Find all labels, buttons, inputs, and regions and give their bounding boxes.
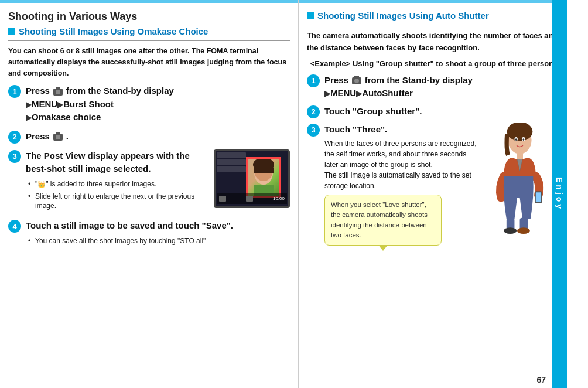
right-step-1: 1 Press from the Stand-by display ▶MENU▶… bbox=[307, 74, 561, 100]
top-accent-right bbox=[299, 0, 567, 3]
step-num-1: 1 bbox=[8, 85, 21, 98]
camera-screen-mockup: 10:00 bbox=[214, 149, 290, 208]
right-step-3-text-area: Touch "Three". When the faces of three p… bbox=[324, 123, 480, 246]
step-3-inner: The Post View display appears with the b… bbox=[26, 149, 290, 213]
toolbar-item-1 bbox=[217, 152, 246, 158]
svg-rect-11 bbox=[517, 153, 523, 159]
step-4-content: Touch a still image to be saved and touc… bbox=[26, 219, 290, 248]
camera-icon-right-1 bbox=[352, 77, 361, 84]
right-step-num-3: 3 bbox=[307, 124, 320, 137]
step-3-bullets: "👑" is added to three superior images. S… bbox=[26, 179, 208, 211]
step-4-bullets: You can save all the shot images by touc… bbox=[26, 236, 290, 246]
step-3: 3 The Post View display appears with the… bbox=[8, 149, 290, 213]
right-step-1-content: Press from the Stand-by display ▶MENU▶Au… bbox=[324, 74, 561, 100]
svg-rect-3 bbox=[254, 168, 274, 173]
camera-icon-2 bbox=[53, 134, 63, 141]
step-num-3: 3 bbox=[8, 150, 21, 163]
step-1-content: Press from the Stand-by display ▶MENU▶Bu… bbox=[26, 84, 290, 124]
step-1: 1 Press from the Stand-by display ▶MENU▶… bbox=[8, 84, 290, 124]
right-heading-square-icon bbox=[307, 12, 314, 19]
step-num-4: 4 bbox=[8, 220, 21, 233]
right-step-3: 3 Touch "Three". When the faces of three… bbox=[307, 123, 561, 246]
right-step-num-1: 1 bbox=[307, 74, 320, 87]
toolbar-item-3 bbox=[217, 166, 246, 172]
right-intro-text: The camera automatically shoots identify… bbox=[307, 30, 561, 55]
step-1-text: from the Stand-by display bbox=[66, 86, 174, 96]
step-3-heading: The Post View display appears with the b… bbox=[26, 151, 190, 174]
example-text: <Example> Using "Group shutter" to shoot… bbox=[307, 59, 561, 68]
right-step-1-arrow1: ▶ bbox=[324, 89, 330, 98]
heading-square-icon bbox=[8, 28, 15, 35]
camera-toolbar-bottom: 10:00 bbox=[217, 193, 287, 204]
camera-icon-1 bbox=[53, 89, 63, 96]
speech-bubble-text: When you select "Love shutter", the came… bbox=[331, 201, 428, 239]
left-heading-text: Shooting Still Images Using Omakase Choi… bbox=[19, 26, 208, 37]
right-section-heading: Shooting Still Images Using Auto Shutter bbox=[307, 11, 561, 21]
bottom-icon-2 bbox=[246, 196, 253, 202]
left-intro-text: You can shoot 6 or 8 still images one af… bbox=[8, 46, 290, 79]
step-2: 2 Press . bbox=[8, 130, 290, 144]
step-1-menu: MENU bbox=[32, 99, 57, 109]
step-4: 4 Touch a still image to be saved and to… bbox=[8, 219, 290, 248]
right-step-2: 2 Touch "Group shutter". bbox=[307, 105, 561, 118]
right-step-1-auto: AutoShutter bbox=[362, 88, 413, 98]
toolbar-item-2 bbox=[217, 159, 246, 165]
left-section-heading: Shooting Still Images Using Omakase Choi… bbox=[8, 26, 290, 37]
step-3-bullet-1: "👑" is added to three superior images. bbox=[28, 179, 208, 189]
step-1-arrow3: ▶ bbox=[26, 113, 32, 122]
right-section-divider bbox=[307, 25, 561, 25]
step-1-press-label: Press bbox=[26, 86, 52, 96]
enjoy-tab: Enjoy bbox=[552, 0, 567, 388]
enjoy-tab-label: Enjoy bbox=[555, 177, 564, 211]
right-step-3-content: Touch "Three". When the faces of three p… bbox=[324, 123, 561, 246]
right-step-1-arrow2: ▶ bbox=[356, 89, 362, 98]
step-2-content: Press . bbox=[26, 130, 290, 144]
step-1-burst: Burst Shoot bbox=[63, 99, 114, 109]
right-step-1-text: from the Stand-by display bbox=[365, 75, 473, 85]
right-step-2-text: Touch "Group shutter". bbox=[324, 106, 422, 116]
section-divider bbox=[8, 40, 290, 41]
svg-point-10 bbox=[523, 138, 525, 141]
svg-rect-13 bbox=[536, 192, 541, 202]
camera-face-area bbox=[246, 157, 281, 198]
svg-point-9 bbox=[515, 138, 517, 141]
svg-point-17 bbox=[517, 227, 530, 234]
step-num-2: 2 bbox=[8, 131, 21, 144]
right-step-3-detail: When the faces of three persons are reco… bbox=[324, 138, 480, 191]
bottom-icon-1 bbox=[219, 196, 226, 202]
camera-time: 10:00 bbox=[273, 195, 285, 202]
page-title: Shooting in Various Ways bbox=[8, 11, 290, 23]
page-number: 67 bbox=[536, 375, 546, 384]
right-step-3-inner: Touch "Three". When the faces of three p… bbox=[324, 123, 561, 246]
crown-icon: 👑 bbox=[37, 180, 46, 189]
right-heading-text: Shooting Still Images Using Auto Shutter bbox=[317, 11, 489, 21]
step-1-arrow2: ▶ bbox=[57, 100, 63, 109]
right-column: Shooting Still Images Using Auto Shutter… bbox=[299, 0, 567, 388]
person-illustration bbox=[485, 123, 561, 240]
step-3-bullet-2: Slide left or right to enlarge the next … bbox=[28, 192, 208, 212]
svg-point-16 bbox=[504, 227, 517, 234]
speech-bubble: When you select "Love shutter", the came… bbox=[324, 195, 442, 246]
step-1-arrow1: ▶ bbox=[26, 100, 32, 109]
step-4-bullet-1: You can save all the shot images by touc… bbox=[28, 236, 290, 246]
right-step-1-press: Press bbox=[324, 75, 351, 85]
face-silhouette bbox=[248, 159, 279, 196]
top-accent-left bbox=[0, 0, 298, 3]
left-column: Shooting in Various Ways Shooting Still … bbox=[0, 0, 299, 388]
step-3-text: The Post View display appears with the b… bbox=[26, 149, 208, 213]
person-svg bbox=[485, 123, 549, 240]
step-2-dot: . bbox=[66, 131, 69, 141]
right-step-1-menu: MENU bbox=[330, 88, 356, 98]
step-2-press-label: Press bbox=[26, 131, 52, 141]
step-3-content: The Post View display appears with the b… bbox=[26, 149, 290, 213]
camera-toolbar-top bbox=[217, 152, 249, 172]
step-4-heading: Touch a still image to be saved and touc… bbox=[26, 220, 233, 230]
step-1-omakase: Omakase choice bbox=[32, 112, 101, 122]
right-step-3-heading: Touch "Three". bbox=[324, 124, 387, 134]
right-step-2-content: Touch "Group shutter". bbox=[324, 105, 561, 118]
right-step-num-2: 2 bbox=[307, 105, 320, 118]
